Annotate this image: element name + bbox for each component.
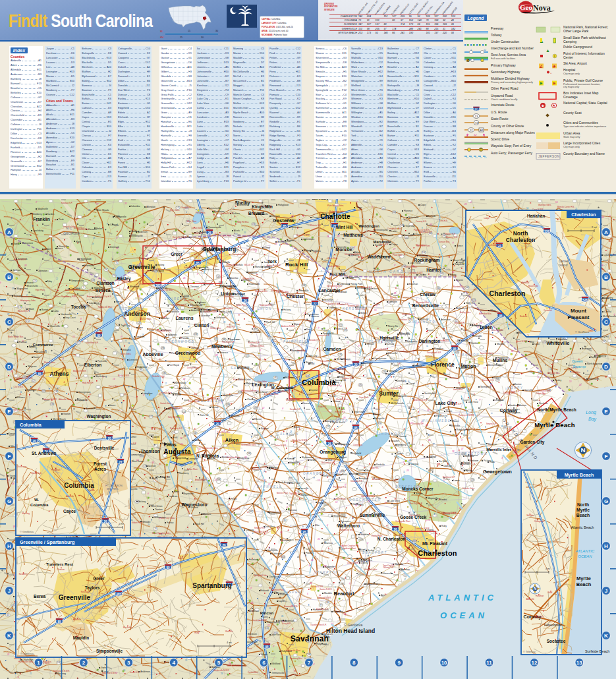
svg-text:McColl S.P.: McColl S.P.: [244, 264, 254, 266]
svg-text:Ruby H.S.: Ruby H.S.: [227, 326, 235, 328]
svg-text:Anderson: Anderson: [138, 231, 148, 233]
svg-text:20: 20: [354, 363, 358, 367]
svg-text:Little Mtn: Little Mtn: [388, 301, 397, 303]
svg-text:Clemson: Clemson: [57, 568, 65, 571]
svg-text:Ridgeland: Ridgeland: [534, 616, 543, 618]
svg-text:North Augusta: North Augusta: [488, 244, 501, 247]
svg-text:Tega Cay: Tega Cay: [121, 324, 130, 327]
svg-text:Cross Mus.: Cross Mus.: [571, 371, 581, 374]
svg-text:Williams: Williams: [123, 349, 131, 351]
svg-text:Lake View S.P.: Lake View S.P.: [86, 341, 98, 344]
svg-text:39: 39: [269, 337, 271, 340]
svg-text:15: 15: [320, 245, 323, 248]
svg-text:Rock Hill Mus.: Rock Hill Mus.: [328, 265, 341, 268]
svg-text:16: 16: [269, 607, 271, 610]
svg-text:Coward: Coward: [252, 331, 260, 334]
svg-text:Rockingham: Rockingham: [414, 258, 439, 263]
svg-text:Mauldin: Mauldin: [324, 592, 332, 595]
svg-text:Central: Central: [604, 310, 611, 313]
svg-text:Acres: Acres: [94, 467, 106, 471]
svg-text:Dillon: Dillon: [480, 325, 492, 330]
svg-text:Belton: Belton: [374, 413, 381, 416]
svg-text:Society Hill: Society Hill: [424, 392, 435, 395]
svg-text:Darlington: Darlington: [419, 339, 441, 344]
svg-text:Glendale Mus.: Glendale Mus.: [336, 398, 349, 401]
svg-text:11: 11: [333, 314, 335, 316]
svg-text:20: 20: [215, 423, 219, 426]
svg-text:297: 297: [602, 340, 605, 343]
svg-text:Bowman Gdns.: Bowman Gdns.: [87, 295, 100, 298]
svg-text:Mint Hill: Mint Hill: [336, 225, 352, 229]
svg-text:Tega Cay Gdns.: Tega Cay Gdns.: [289, 492, 303, 495]
svg-text:Blenheim: Blenheim: [130, 285, 139, 288]
svg-text:Charleston: Charleston: [269, 576, 280, 578]
svg-text:Lynchburg: Lynchburg: [33, 229, 43, 232]
svg-text:95: 95: [499, 314, 503, 318]
svg-text:Alcolu Mus.: Alcolu Mus.: [372, 478, 382, 481]
svg-text:12: 12: [335, 501, 338, 504]
svg-text:Scranton: Scranton: [324, 299, 333, 301]
svg-text:Sharon: Sharon: [343, 358, 350, 361]
svg-text:A: A: [604, 229, 608, 235]
svg-text:81: 81: [283, 519, 286, 521]
svg-text:580: 580: [247, 452, 250, 455]
svg-text:35: 35: [318, 538, 320, 541]
svg-text:Greenville: Greenville: [128, 264, 155, 270]
svg-text:Varnville S.P.: Varnville S.P.: [192, 232, 203, 235]
svg-text:Seabrook Plant.: Seabrook Plant.: [343, 547, 356, 550]
svg-text:Ulmer Plant.: Ulmer Plant.: [327, 257, 338, 260]
svg-text:OCEAN: OCEAN: [440, 610, 488, 620]
svg-text:Abbeville: Abbeville: [526, 598, 535, 601]
svg-text:Columbia: Columbia: [20, 422, 42, 428]
svg-text:© GeoNova: © GeoNova: [575, 330, 590, 334]
svg-text:2 mi: 2 mi: [592, 225, 597, 229]
svg-text:Patrick H.S.: Patrick H.S.: [233, 378, 243, 381]
svg-text:85: 85: [38, 372, 42, 376]
svg-text:38: 38: [24, 264, 27, 267]
svg-text:95: 95: [265, 645, 269, 649]
svg-text:Matthews: Matthews: [343, 233, 363, 237]
svg-text:Blackville: Blackville: [123, 626, 132, 629]
svg-text:85: 85: [97, 334, 101, 338]
svg-text:Surfside: Surfside: [428, 215, 436, 218]
svg-text:Hickory Mus.: Hickory Mus.: [210, 327, 221, 330]
svg-text:Whitmire Plant.: Whitmire Plant.: [271, 589, 285, 591]
svg-text:BARNWELL: BARNWELL: [257, 485, 282, 488]
svg-text:E: E: [7, 409, 11, 415]
svg-text:Swamp: Swamp: [573, 365, 586, 369]
svg-text:Weddington: Weddington: [358, 224, 379, 228]
svg-text:N. Augusta: N. Augusta: [196, 454, 219, 459]
svg-text:Norris Gdns.: Norris Gdns.: [121, 353, 131, 355]
svg-text:Newberry: Newberry: [32, 213, 42, 216]
svg-text:St. Andrews: St. Andrews: [32, 451, 57, 456]
svg-text:3: 3: [127, 660, 130, 666]
svg-text:Garden: Garden: [309, 459, 316, 461]
svg-text:Barnwell: Barnwell: [350, 473, 359, 475]
svg-text:Gilbert: Gilbert: [44, 248, 51, 251]
svg-text:20: 20: [311, 419, 314, 422]
svg-text:Eastover: Eastover: [363, 362, 372, 365]
svg-text:Blythewood: Blythewood: [269, 512, 281, 514]
svg-text:Clinton: Clinton: [194, 323, 209, 328]
svg-text:Eutawville: Eutawville: [84, 264, 94, 267]
svg-text:21: 21: [186, 487, 188, 489]
svg-text:Atlantic Beach: Atlantic Beach: [571, 525, 594, 529]
svg-text:165: 165: [436, 287, 439, 289]
svg-text:McClellanville: McClellanville: [603, 315, 616, 318]
svg-text:Marion: Marion: [211, 406, 218, 409]
svg-text:Jonesville: Jonesville: [171, 392, 181, 395]
svg-text:COLLETON: COLLETON: [290, 525, 314, 528]
svg-text:85: 85: [57, 620, 61, 624]
svg-text:McCormick: McCormick: [22, 242, 33, 245]
svg-text:Lodge N.W.R.: Lodge N.W.R.: [347, 562, 359, 564]
svg-text:Chester: Chester: [287, 294, 304, 299]
svg-text:Washington: Washington: [87, 414, 111, 419]
svg-text:526: 526: [582, 299, 588, 302]
svg-text:Smoaks: Smoaks: [318, 502, 326, 504]
svg-text:26: 26: [160, 424, 163, 427]
svg-text:Garden: Garden: [47, 213, 54, 216]
svg-text:© GeoNova: © GeoNova: [20, 530, 34, 533]
svg-text:Ulmer: Ulmer: [264, 247, 271, 249]
svg-text:West Union: West Union: [132, 460, 144, 463]
svg-text:Fort Mill: Fort Mill: [329, 272, 345, 276]
